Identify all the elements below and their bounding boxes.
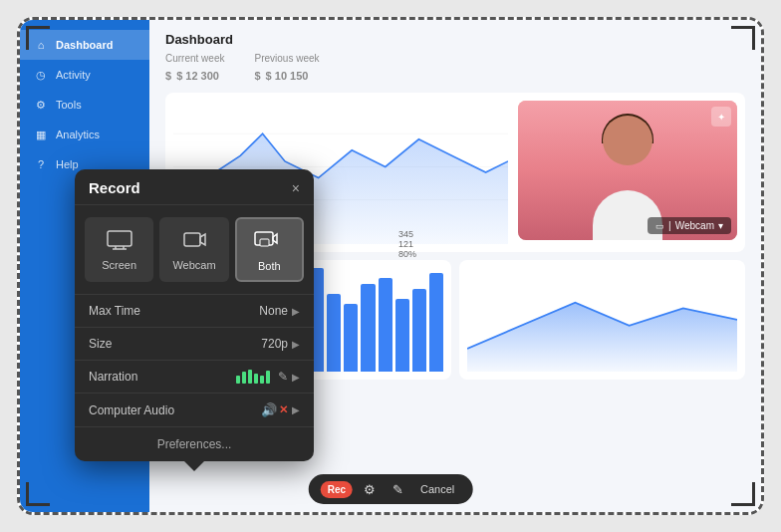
bar: [379, 278, 392, 372]
narration-bar-6: [266, 371, 270, 384]
size-chevron-icon: ▶: [292, 339, 300, 350]
cancel-button[interactable]: Cancel: [414, 481, 460, 497]
narration-row: Narration ✎ ▶: [75, 361, 314, 394]
bar: [395, 299, 409, 372]
computer-audio-label: Computer Audio: [89, 403, 174, 417]
tools-icon: ⚙: [34, 98, 48, 112]
mute-x-icon: ✕: [279, 403, 288, 416]
webcam-preview: ✦ ▭ | Webcam ▾: [518, 101, 737, 240]
corner-tl: [26, 26, 50, 50]
stats-row: Current week $ $ 12 300 Previous week $ …: [165, 53, 745, 85]
person-head: [603, 116, 652, 165]
bar: [344, 304, 358, 372]
mode-btn-screen[interactable]: Screen: [85, 217, 153, 282]
bar: [327, 294, 341, 372]
preferences-label: Preferences...: [157, 437, 232, 451]
max-time-label: Max Time: [89, 304, 140, 318]
size-label: Size: [89, 337, 112, 351]
bottom-toolbar: Rec ⚙ ✎ Cancel: [309, 474, 473, 504]
svg-rect-9: [184, 233, 200, 246]
narration-bar-5: [260, 376, 264, 384]
screen-label: Screen: [102, 259, 136, 271]
outer-frame: ⌂ Dashboard ◷ Activity ⚙ Tools ▦ Analyti…: [17, 17, 764, 515]
bar: [412, 289, 426, 372]
area-chart: [459, 260, 745, 380]
sidebar-item-activity[interactable]: ◷ Activity: [20, 60, 149, 90]
both-icon: [254, 229, 284, 254]
size-row: Size 720p ▶: [75, 328, 314, 361]
previous-week-stat: Previous week $ $ 10 150: [254, 53, 319, 85]
max-time-value-area[interactable]: None ▶: [259, 304, 300, 318]
audio-chevron-icon: ▶: [292, 404, 300, 415]
dialog-arrow: [184, 461, 204, 471]
settings-icon-button[interactable]: ⚙: [359, 478, 381, 500]
activity-icon: ◷: [34, 68, 48, 82]
val3: 80%: [398, 249, 751, 259]
max-time-chevron-icon: ▶: [292, 306, 300, 317]
svg-marker-4: [467, 303, 737, 372]
narration-edit-icon: ✎: [278, 370, 288, 384]
record-title: Record: [89, 179, 140, 196]
narration-bar-2: [242, 372, 246, 384]
wand-icon: ✦: [717, 112, 725, 123]
size-value-area[interactable]: 720p ▶: [261, 337, 300, 351]
computer-audio-row: Computer Audio 🔊 ✕ ▶: [75, 394, 314, 427]
mode-btn-webcam[interactable]: Webcam: [159, 217, 228, 282]
narration-bar-3: [248, 370, 252, 384]
bar: [361, 284, 375, 372]
val2: 121: [398, 239, 751, 249]
record-dialog: Record × Screen Webcam Both: [75, 169, 314, 461]
narration-chevron-icon: ▶: [292, 372, 300, 383]
narration-bars: [236, 370, 270, 384]
corner-tr: [731, 26, 755, 50]
webcam-wand-button[interactable]: ✦: [711, 107, 731, 127]
chart-badge: 345 121 80%: [398, 229, 751, 259]
dashboard-title: Dashboard: [165, 32, 745, 47]
both-label: Both: [258, 260, 281, 272]
edit-icon-button[interactable]: ✎: [387, 478, 408, 500]
size-value: 720p: [261, 337, 288, 351]
bar: [429, 273, 443, 372]
analytics-icon: ▦: [34, 128, 48, 141]
previous-week-label: Previous week: [254, 53, 319, 64]
webcam-icon: [181, 230, 207, 253]
screen-icon: [107, 230, 132, 253]
mode-buttons: Screen Webcam Both: [75, 205, 314, 295]
sidebar-item-tools[interactable]: ⚙ Tools: [20, 90, 149, 120]
narration-value-area[interactable]: ✎ ▶: [236, 370, 300, 384]
svg-rect-13: [260, 239, 269, 246]
audio-muted-indicator: 🔊 ✕: [261, 402, 288, 417]
previous-week-value: $ $ 10 150: [254, 64, 319, 85]
rec-badge: Rec: [321, 481, 353, 498]
current-week-label: Current week: [165, 53, 224, 64]
corner-br: [731, 482, 755, 506]
current-week-stat: Current week $ $ 12 300: [165, 53, 224, 85]
corner-bl: [26, 482, 50, 506]
narration-bar-1: [236, 376, 240, 384]
close-button[interactable]: ×: [292, 181, 300, 195]
max-time-row: Max Time None ▶: [75, 295, 314, 328]
help-icon: ?: [34, 157, 48, 171]
narration-bar-4: [254, 374, 258, 384]
svg-rect-5: [108, 231, 131, 246]
speaker-icon: 🔊: [261, 402, 277, 417]
val1: 345: [398, 229, 751, 239]
preferences-button[interactable]: Preferences...: [75, 427, 314, 461]
sidebar-item-analytics[interactable]: ▦ Analytics: [20, 120, 149, 149]
computer-audio-value-area[interactable]: 🔊 ✕ ▶: [261, 402, 300, 417]
mode-btn-both[interactable]: Both: [235, 217, 304, 282]
narration-label: Narration: [89, 370, 137, 384]
max-time-value: None: [259, 304, 288, 318]
webcam-mode-label: Webcam: [172, 259, 215, 271]
current-week-value: $ $ 12 300: [165, 64, 224, 85]
record-dialog-header: Record ×: [75, 169, 314, 205]
